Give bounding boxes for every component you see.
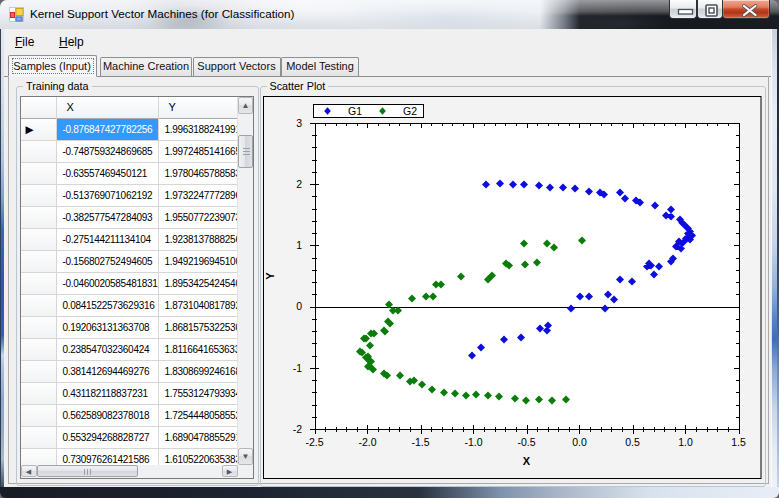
svg-text:-1.0: -1.0 xyxy=(464,435,482,447)
svg-text:2: 2 xyxy=(296,177,302,189)
svg-text:0.5: 0.5 xyxy=(625,435,640,447)
svg-text:1.5: 1.5 xyxy=(731,435,746,447)
svg-text:-2: -2 xyxy=(293,422,302,434)
svg-text:-1: -1 xyxy=(293,361,302,373)
svg-text:0.0: 0.0 xyxy=(572,435,587,447)
svg-text:Y: Y xyxy=(264,271,276,279)
svg-text:G1: G1 xyxy=(348,105,362,117)
svg-text:-2.5: -2.5 xyxy=(305,435,323,447)
svg-text:-0.5: -0.5 xyxy=(517,435,535,447)
svg-text:0: 0 xyxy=(296,300,302,312)
svg-text:3: 3 xyxy=(296,116,302,128)
svg-text:G2: G2 xyxy=(403,105,417,117)
svg-text:X: X xyxy=(523,455,531,467)
svg-text:-2.0: -2.0 xyxy=(358,435,376,447)
svg-text:1.0: 1.0 xyxy=(678,435,693,447)
svg-text:1: 1 xyxy=(296,239,302,251)
svg-text:-1.5: -1.5 xyxy=(411,435,429,447)
